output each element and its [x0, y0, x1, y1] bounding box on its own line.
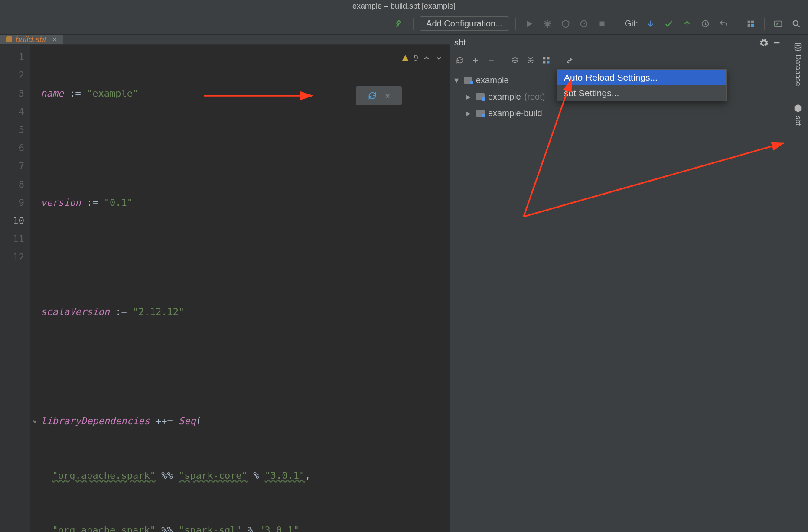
popup-sbt-settings[interactable]: sbt Settings...: [557, 85, 726, 101]
tab-build-sbt[interactable]: build.sbt ×: [0, 35, 63, 44]
code-token: name: [41, 88, 64, 99]
close-icon[interactable]: ×: [385, 87, 390, 105]
warning-count: 9: [414, 49, 418, 67]
code-token: :=: [115, 306, 127, 317]
gutter: 1 2 3 4 5 6 7 8 9 10 11 12: [0, 45, 30, 532]
code-token: "org.apache.spark": [52, 470, 156, 481]
sbt-panel-title: sbt: [454, 38, 466, 48]
svg-rect-14: [547, 61, 550, 63]
line-number: 5: [0, 121, 24, 139]
refresh-icon[interactable]: [368, 91, 377, 101]
code-editor[interactable]: 1 2 3 4 5 6 7 8 9 10 11 12 name := "exam…: [0, 45, 450, 532]
profile-icon[interactable]: [577, 16, 591, 31]
editor-tabs: build.sbt ×: [0, 35, 450, 45]
minimize-icon[interactable]: [770, 36, 783, 49]
git-push-icon[interactable]: [680, 16, 694, 31]
code-token: :=: [69, 88, 81, 99]
svg-rect-6: [748, 24, 750, 26]
code-token: "example": [87, 88, 138, 99]
sbt-toolbar: [450, 51, 788, 69]
separator: [515, 18, 516, 30]
collapse-all-icon[interactable]: [524, 54, 537, 67]
svg-point-0: [545, 22, 549, 26]
code-token: "3.0.1": [259, 525, 299, 532]
remove-icon[interactable]: [485, 54, 498, 67]
tab-close-icon[interactable]: ×: [52, 35, 57, 44]
expand-all-icon[interactable]: [508, 54, 521, 67]
line-number: 12: [0, 248, 24, 266]
debug-icon[interactable]: [540, 16, 555, 31]
editor-pane: build.sbt × 1 2 3 4 5 6 7 8 9 10 11 12 n…: [0, 35, 450, 532]
node-suffix: (root): [525, 92, 545, 102]
svg-rect-5: [751, 20, 754, 23]
rail-label: Database: [794, 55, 802, 86]
svg-rect-4: [748, 20, 750, 23]
code-token: %%: [161, 525, 173, 532]
database-icon: [793, 42, 803, 52]
svg-rect-2: [599, 21, 604, 26]
wrench-icon[interactable]: [564, 54, 577, 67]
git-pull-icon[interactable]: [643, 16, 658, 31]
rail-database[interactable]: Database: [788, 38, 808, 91]
popup-auto-reload-settings[interactable]: Auto-Reload Settings...: [557, 70, 726, 85]
separator: [764, 18, 765, 30]
add-configuration-button[interactable]: Add Configuration...: [420, 16, 509, 31]
warning-icon: [401, 54, 409, 62]
git-commit-icon[interactable]: [661, 16, 676, 31]
sbt-tool-window: sbt ▾ example ▸ example: [450, 35, 788, 532]
search-everywhere-icon[interactable]: [789, 16, 804, 31]
svg-point-9: [793, 20, 798, 25]
separator: [737, 18, 737, 30]
line-number: 6: [0, 139, 24, 157]
reload-all-icon[interactable]: [453, 54, 466, 67]
svg-rect-11: [543, 57, 546, 59]
node-label: example-build: [488, 108, 542, 118]
chevron-down-icon[interactable]: [435, 54, 443, 62]
inspection-widget[interactable]: 9: [401, 49, 443, 67]
module-folder-icon: [476, 110, 485, 117]
code-token: (: [196, 415, 202, 426]
stop-icon[interactable]: [595, 16, 609, 31]
project-structure-icon[interactable]: [743, 16, 758, 31]
sbt-project-tree[interactable]: ▾ example ▸ example (root) ▸ example-bui…: [450, 69, 788, 532]
code-token: ,: [299, 525, 305, 532]
code-token: "spark-core": [179, 470, 248, 481]
code-token: ++=: [156, 415, 173, 426]
chevron-down-icon[interactable]: ▾: [454, 75, 460, 85]
module-folder-icon: [464, 77, 472, 84]
code-token: libraryDependencies: [41, 415, 150, 426]
code-token: %: [253, 470, 259, 481]
add-icon[interactable]: [469, 54, 482, 67]
chevron-right-icon[interactable]: ▸: [466, 108, 472, 118]
sbt-panel-header: sbt: [450, 35, 788, 51]
line-number: 7: [0, 157, 24, 175]
gear-icon[interactable]: [757, 36, 770, 49]
code-area[interactable]: name := "example" version := "0.1" scala…: [30, 45, 450, 532]
code-token: "2.12.12": [133, 306, 184, 317]
show-structure-icon[interactable]: [540, 54, 553, 67]
line-number: 10: [0, 212, 24, 230]
svg-point-17: [795, 43, 801, 46]
sbt-file-icon: [6, 36, 12, 42]
rail-label: sbt: [794, 116, 802, 126]
chevron-right-icon[interactable]: ▸: [466, 91, 472, 102]
coverage-icon[interactable]: [558, 16, 573, 31]
code-token: scalaVersion: [41, 306, 110, 317]
code-token: "3.0.1": [265, 470, 305, 481]
line-number: 1: [0, 48, 24, 66]
git-rollback-icon[interactable]: [716, 16, 731, 31]
rail-sbt[interactable]: sbt: [788, 99, 808, 130]
svg-rect-12: [547, 57, 550, 59]
svg-rect-13: [543, 61, 546, 63]
fold-icon[interactable]: ⊖: [33, 412, 39, 418]
code-token: %: [248, 525, 253, 532]
tree-node-example-build[interactable]: ▸ example-build: [454, 105, 788, 121]
build-hammer-icon[interactable]: [392, 16, 407, 31]
chevron-up-icon[interactable]: [423, 54, 430, 62]
run-icon[interactable]: [522, 16, 537, 31]
line-number: 2: [0, 66, 24, 84]
separator: [503, 55, 503, 65]
tab-label: build.sbt: [16, 35, 46, 44]
git-history-icon[interactable]: [698, 16, 713, 31]
run-anything-icon[interactable]: [771, 16, 785, 31]
